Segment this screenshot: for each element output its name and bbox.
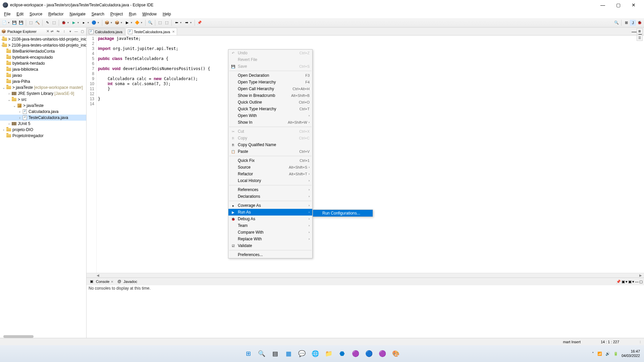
menu-item-references[interactable]: References› [228, 186, 312, 193]
pin-button[interactable]: 📌 [197, 20, 203, 26]
back-button[interactable]: ⬅ [173, 20, 179, 26]
scroll-left-icon[interactable]: ◀ [97, 274, 99, 277]
menu-item-paste[interactable]: 📋PasteCtrl+V [228, 148, 312, 155]
tree-item[interactable]: javao [0, 72, 86, 78]
new-button[interactable]: 📄 [1, 20, 7, 26]
tb-icon[interactable]: 🔵 [91, 20, 97, 26]
tree-item[interactable]: BiteBankHerdadoConta [0, 48, 86, 54]
outline-icon[interactable]: ⊞ [637, 28, 643, 34]
menu-run[interactable]: Run [126, 11, 139, 17]
tree-item[interactable]: ProjetoIntregador [0, 133, 86, 139]
tree-item[interactable]: ›Calculadora.java [0, 109, 86, 115]
tree-item[interactable]: bytebank-encapsulado [0, 54, 86, 60]
tb-icon[interactable]: ⬚ [51, 20, 57, 26]
menu-refactor[interactable]: Refactor [46, 11, 66, 17]
menu-item-open-call-hierarchy[interactable]: Open Call HierarchyCtrl+Alt+H [228, 85, 312, 92]
tree-item[interactable]: ›> 2108-java-testes-unitarios-tdd-projet… [0, 36, 86, 42]
scroll-right-icon[interactable]: ▶ [639, 274, 642, 277]
tb-icon[interactable]: 🔨 [35, 20, 41, 26]
menu-edit[interactable]: Edit [14, 11, 26, 17]
battery-icon[interactable]: 🔋 [613, 352, 618, 356]
tree-item[interactable]: ⌄> javaTeste [eclipse-workspace master] [0, 84, 86, 90]
menu-item-validate[interactable]: ☑Validate [228, 242, 312, 249]
tree-item[interactable]: ›projeto-DIO [0, 127, 86, 133]
pin-icon[interactable]: 📌 [616, 280, 621, 284]
tree-item[interactable]: java-Pilha [0, 78, 86, 84]
menu-help[interactable]: Help [160, 11, 174, 17]
close-icon[interactable]: ✕ [46, 29, 49, 34]
menu-item-preferences-[interactable]: Preferences... [228, 251, 312, 258]
project-tree[interactable]: ›> 2108-java-testes-unitarios-tdd-projet… [0, 36, 86, 338]
minimize-icon[interactable]: — [73, 29, 79, 34]
debug-button[interactable]: 🐞 [61, 20, 67, 26]
menu-window[interactable]: Window [140, 11, 159, 17]
tree-item[interactable]: ⌄> javaTeste [0, 103, 86, 109]
eclipse-icon[interactable]: 🟣 [351, 349, 360, 358]
menu-item-open-with[interactable]: Open With› [228, 112, 312, 119]
menu-item-open-type-hierarchy[interactable]: Open Type HierarchyF4 [228, 79, 312, 85]
menu-source[interactable]: Source [27, 11, 45, 17]
menu-item-open-declaration[interactable]: Open DeclarationF3 [228, 72, 312, 79]
tb-icon[interactable]: 📦 [114, 20, 120, 26]
menu-item-copy-qualified-name[interactable]: ⎘Copy Qualified Name [228, 141, 312, 148]
tb-icon[interactable]: ⬚ [157, 20, 163, 26]
minimize-icon[interactable]: — [632, 29, 637, 35]
explorer-icon[interactable]: 📁 [324, 349, 333, 358]
menu-item-refactor[interactable]: RefactorAlt+Shift+T› [228, 171, 312, 177]
editor-tab[interactable]: TesteCalculadora.java✕ [125, 28, 177, 35]
tree-item[interactable]: ›> 2108-java-testes-unitarios-tdd-projet… [0, 42, 86, 48]
minimize-button[interactable]: — [595, 0, 610, 10]
menu-item-source[interactable]: SourceAlt+Shift+S› [228, 164, 312, 171]
start-button[interactable]: ⊞ [244, 349, 253, 358]
tree-item[interactable]: ›TesteCalculadora.java [0, 115, 86, 121]
tb-icon[interactable]: ▶ [124, 20, 130, 26]
menu-item-show-in[interactable]: Show InAlt+Shift+W› [228, 119, 312, 126]
menu-item-coverage-as[interactable]: ▸Coverage As› [228, 202, 312, 209]
menu-item-show-in-breadcrumb[interactable]: Show in BreadcrumbAlt+Shift+B [228, 92, 312, 99]
collapse-icon[interactable]: ⇄ [49, 29, 55, 34]
tree-item[interactable]: ›JUnit 5 [0, 121, 86, 127]
forward-button[interactable]: ➡ [183, 20, 190, 26]
menu-item-team[interactable]: Team› [228, 222, 312, 229]
perspective-debug-icon[interactable]: 🐞 [637, 20, 643, 26]
chrome-icon[interactable]: 🔵 [364, 349, 374, 358]
horizontal-scrollbar[interactable] [3, 335, 34, 338]
menu-navigate[interactable]: Navigate [67, 11, 88, 17]
open-console-icon[interactable]: ▣ [628, 280, 632, 284]
chrome-icon[interactable]: 🌐 [311, 349, 320, 358]
paint-icon[interactable]: 🎨 [391, 349, 400, 358]
menu-item-replace-with[interactable]: Replace With› [228, 236, 312, 242]
wifi-icon[interactable]: 📶 [597, 352, 602, 356]
search-icon[interactable]: 🔍 [147, 20, 153, 26]
tree-item[interactable]: ⌄> src [0, 97, 86, 103]
tree-item[interactable]: java-biblioteca [0, 66, 86, 72]
volume-icon[interactable]: 🔊 [605, 352, 610, 356]
menu-item-local-history[interactable]: Local History› [228, 177, 312, 184]
maximize-icon[interactable]: ▢ [639, 280, 643, 284]
tb-icon[interactable]: ⬚ [164, 20, 170, 26]
eclipse-icon[interactable]: 🟣 [378, 349, 387, 358]
menu-item-compare-with[interactable]: Compare With› [228, 229, 312, 236]
chevron-up-icon[interactable]: ˄ [592, 352, 594, 356]
tb-icon[interactable]: ⬚ [28, 20, 34, 26]
link-icon[interactable]: ⇆ [55, 29, 61, 34]
run-button[interactable]: ▶ [71, 20, 77, 26]
tb-icon[interactable]: ✎ [44, 20, 50, 26]
minimize-icon[interactable]: — [635, 280, 639, 284]
clock[interactable]: 16:47 04/03/2022 [622, 349, 640, 358]
submenu-item[interactable]: Run Configurations... [313, 210, 373, 217]
menu-project[interactable]: Project [108, 11, 125, 17]
menu-item-run-as[interactable]: ▶Run As› [228, 209, 312, 216]
maximize-button[interactable]: ▢ [610, 0, 626, 10]
menu-icon[interactable]: ▾ [67, 29, 73, 34]
menu-item-debug-as[interactable]: 🐞Debug As› [228, 216, 312, 222]
tb-icon[interactable]: 🔶 [134, 20, 140, 26]
maximize-icon[interactable]: ▢ [79, 29, 85, 34]
statusbar-menu[interactable]: ⫶ [639, 340, 641, 344]
code-content[interactable]: package javaTeste; import org.junit.jupi… [97, 36, 644, 273]
close-icon[interactable]: ✕ [111, 280, 113, 284]
editor-tab[interactable]: Calculadora.java [87, 28, 125, 35]
tb-icon[interactable]: 📦 [104, 20, 110, 26]
task-list-icon[interactable]: ☰ [637, 35, 643, 41]
search-icon[interactable]: 🔍 [613, 20, 620, 26]
